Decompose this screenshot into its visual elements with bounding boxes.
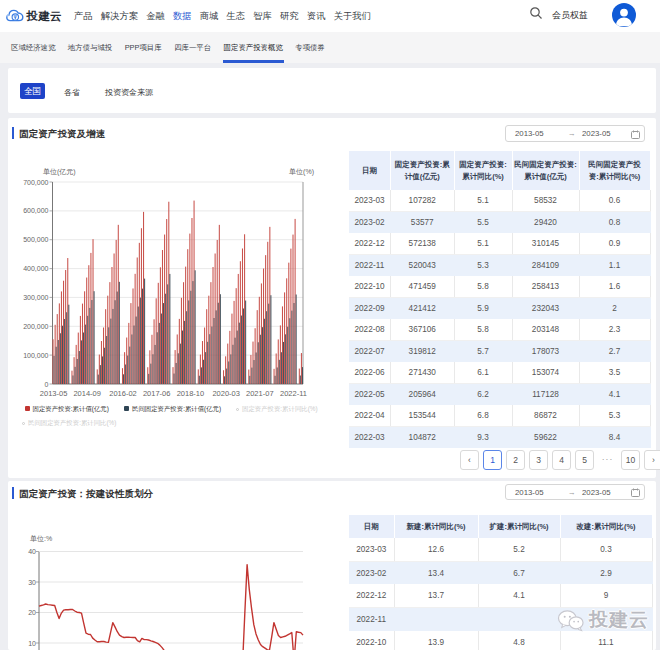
svg-text:单位:%: 单位:% <box>30 535 52 542</box>
svg-text:10: 10 <box>28 640 36 647</box>
svg-text:30: 30 <box>28 579 36 586</box>
svg-text:20: 20 <box>28 609 36 616</box>
svg-text:40: 40 <box>28 548 36 555</box>
